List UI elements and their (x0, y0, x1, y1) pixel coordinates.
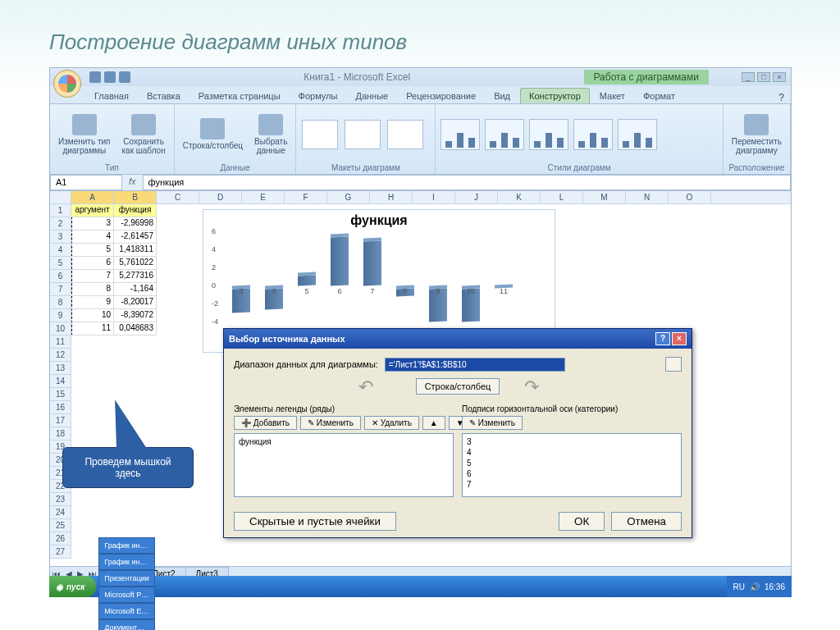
move-chart-button[interactable]: Переместить диаграмму (728, 112, 785, 157)
fx-icon[interactable]: fx (122, 175, 143, 190)
office-button[interactable] (53, 70, 81, 98)
tray-icon[interactable]: 🔊 (750, 582, 760, 591)
column-header[interactable]: G (327, 191, 370, 203)
chart-style-thumb[interactable] (618, 119, 657, 150)
cell[interactable]: 1,418311 (114, 244, 157, 257)
edit-categories-button[interactable]: ✎ Изменить (462, 416, 523, 430)
row-header[interactable]: 12 (50, 349, 71, 362)
tab-формулы[interactable]: Формулы (290, 89, 346, 103)
row-header[interactable]: 5 (50, 257, 71, 270)
chart-bar[interactable] (363, 238, 381, 286)
taskbar-button[interactable]: Microsoft E… (98, 603, 155, 619)
column-header[interactable]: N (626, 191, 669, 203)
row-header[interactable]: 6 (50, 270, 71, 283)
row-header[interactable]: 18 (50, 427, 71, 441)
column-header[interactable]: E (242, 191, 285, 203)
ok-button[interactable]: ОК (559, 512, 605, 531)
switch-row-column-button[interactable]: Строка/столбец (180, 116, 246, 152)
tab-главная[interactable]: Главная (86, 89, 137, 103)
quick-access-toolbar[interactable] (89, 71, 130, 83)
chart-data-range-input[interactable]: ='Лист1'!$A$1:$B$10 (385, 358, 565, 372)
change-chart-type-button[interactable]: Изменить тип диаграммы (55, 112, 113, 157)
tab-вид[interactable]: Вид (486, 89, 518, 103)
list-item[interactable]: функция (237, 436, 450, 447)
tab-данные[interactable]: Данные (347, 89, 396, 103)
cell[interactable]: 0,048683 (114, 322, 157, 336)
dialog-help-button[interactable]: ? (655, 332, 670, 345)
chart-bar[interactable] (298, 272, 316, 285)
list-item[interactable]: 3 (465, 436, 678, 447)
cell[interactable]: 6 (71, 257, 114, 270)
close-button[interactable]: × (773, 72, 786, 82)
chart-style-thumb[interactable] (441, 119, 480, 150)
row-header[interactable]: 2 (50, 217, 71, 231)
tab-формат[interactable]: Формат (635, 89, 683, 103)
row-header[interactable]: 17 (50, 414, 71, 427)
column-header[interactable]: A (71, 191, 114, 203)
chart-layout-thumb[interactable] (387, 120, 423, 149)
language-indicator[interactable]: RU (733, 582, 745, 591)
cell[interactable]: 3 (71, 217, 114, 231)
tab-разметка страницы[interactable]: Разметка страницы (190, 89, 289, 103)
column-header[interactable]: H (370, 191, 413, 203)
cell[interactable]: 5 (71, 244, 114, 257)
column-header[interactable]: J (455, 191, 498, 203)
taskbar-button[interactable]: Документ… (98, 619, 155, 630)
cell[interactable]: -8,39072 (114, 309, 157, 322)
column-header[interactable]: B (114, 191, 157, 203)
column-header[interactable]: K (498, 191, 541, 203)
select-data-button[interactable]: Выбрать данные (251, 112, 290, 157)
column-header[interactable]: M (583, 191, 626, 203)
switch-row-column-button[interactable]: Строка/столбец (416, 378, 500, 395)
list-item[interactable]: 4 (465, 447, 678, 458)
dialog-close-button[interactable]: × (672, 332, 687, 345)
row-header[interactable]: 11 (50, 336, 71, 349)
chart-layout-thumb[interactable] (302, 120, 338, 149)
row-header[interactable]: 7 (50, 283, 71, 296)
row-header[interactable]: 1 (50, 204, 71, 217)
chart-style-thumb[interactable] (529, 119, 568, 150)
row-header[interactable]: 3 (50, 231, 71, 244)
dialog-titlebar[interactable]: Выбор источника данных ? × (224, 329, 692, 349)
series-listbox[interactable]: функция (234, 433, 454, 497)
cell[interactable]: -2,96998 (114, 217, 157, 231)
chart-style-thumb[interactable] (573, 119, 613, 150)
help-icon[interactable]: ? (778, 92, 784, 103)
name-box[interactable]: A1 (50, 175, 122, 190)
chart-bar[interactable] (331, 233, 349, 285)
row-header[interactable]: 16 (50, 401, 71, 414)
taskbar-button[interactable]: Microsoft P… (98, 587, 155, 603)
row-header[interactable]: 24 (50, 506, 71, 519)
categories-listbox[interactable]: 34567 (462, 433, 682, 497)
save-as-template-button[interactable]: Сохранить как шаблон (118, 112, 168, 157)
cell[interactable]: -1,164 (114, 283, 157, 296)
row-header[interactable]: 23 (50, 493, 71, 506)
cell[interactable]: 5,277316 (114, 270, 157, 283)
row-header[interactable]: 13 (50, 362, 71, 375)
remove-series-button[interactable]: ✕ Удалить (364, 416, 419, 430)
cell[interactable]: функция (114, 204, 157, 217)
row-header[interactable]: 26 (50, 532, 71, 546)
taskbar-button[interactable]: График ин… (98, 537, 155, 554)
cell[interactable]: 8 (71, 283, 114, 296)
cell[interactable]: 7 (71, 270, 114, 283)
list-item[interactable]: 5 (465, 458, 678, 468)
column-header[interactable]: F (285, 191, 327, 203)
row-header[interactable]: 27 (50, 546, 71, 559)
tab-конструктор[interactable]: Конструктор (520, 88, 590, 103)
taskbar-button[interactable]: График ин… (98, 554, 155, 570)
column-header[interactable]: O (669, 191, 711, 203)
cell[interactable]: 4 (71, 231, 114, 244)
cell[interactable]: 9 (71, 296, 114, 309)
cell[interactable]: 11 (71, 322, 114, 336)
row-header[interactable]: 15 (50, 388, 71, 401)
cell[interactable]: 5,761022 (114, 257, 157, 270)
tab-вставка[interactable]: Вставка (139, 89, 189, 103)
list-item[interactable]: 7 (465, 479, 678, 490)
system-tray[interactable]: RU 🔊 16:36 (727, 576, 792, 597)
add-series-button[interactable]: ➕ Добавить (234, 416, 297, 430)
row-header[interactable]: 9 (50, 309, 71, 322)
row-header[interactable]: 8 (50, 296, 71, 309)
edit-series-button[interactable]: ✎ Изменить (300, 416, 361, 430)
cancel-button[interactable]: Отмена (611, 512, 682, 531)
